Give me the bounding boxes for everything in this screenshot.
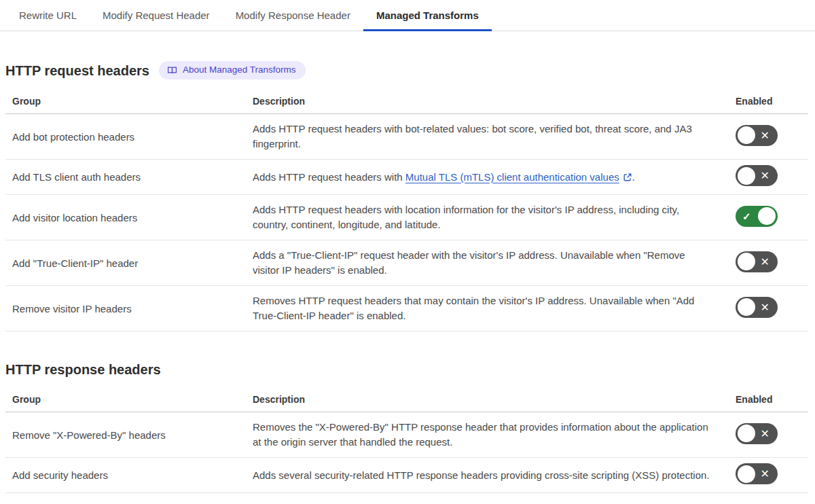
- book-icon: [167, 65, 177, 75]
- transform-group-name: Add "True-Client-IP" header: [5, 257, 246, 269]
- table-row: Remove "X-Powered-By" headers Removes th…: [5, 412, 808, 458]
- toggle-add-tls-client-auth-headers[interactable]: ✓ ✕: [736, 165, 778, 186]
- transform-description: Adds HTTP request headers with Mutual TL…: [246, 162, 729, 192]
- request-headers-table: Group Description Enabled Add bot protec…: [5, 92, 808, 331]
- transform-description: Removes the "X-Powered-By" HTTP response…: [246, 412, 729, 457]
- column-header-enabled: Enabled: [729, 92, 808, 113]
- transform-group-name: Add visitor location headers: [5, 212, 246, 223]
- toggle-knob: [738, 126, 755, 144]
- toggle-remove-visitor-ip-headers[interactable]: ✓ ✕: [736, 297, 778, 318]
- transform-group-name: Add bot protection headers: [5, 131, 246, 143]
- table-row: Add bot protection headers Adds HTTP req…: [5, 114, 808, 160]
- transform-description: Adds several security-related HTTP respo…: [246, 461, 729, 490]
- toggle-knob: [738, 425, 755, 442]
- tab-rewrite-url[interactable]: Rewrite URL: [6, 0, 90, 31]
- response-headers-table: Group Description Enabled Remove "X-Powe…: [5, 391, 808, 493]
- column-header-description: Description: [246, 391, 729, 412]
- table-header-row: Group Description Enabled: [5, 92, 808, 114]
- x-icon: ✕: [761, 125, 769, 146]
- tab-modify-request-header[interactable]: Modify Request Header: [90, 0, 223, 31]
- table-row: Add TLS client auth headers Adds HTTP re…: [5, 160, 808, 195]
- badge-label: About Managed Transforms: [183, 65, 296, 75]
- column-header-group: Group: [5, 92, 246, 113]
- toggle-knob: [738, 298, 755, 316]
- column-header-group: Group: [5, 391, 246, 412]
- x-icon: ✕: [761, 165, 769, 186]
- tab-managed-transforms[interactable]: Managed Transforms: [363, 0, 492, 31]
- managed-transforms-page: Rewrite URL Modify Request Header Modify…: [0, 0, 815, 504]
- x-icon: ✕: [761, 423, 769, 444]
- column-header-description: Description: [246, 92, 729, 113]
- request-headers-section-head: HTTP request headers About Managed Trans…: [5, 61, 808, 79]
- transform-rules-tabbar: Rewrite URL Modify Request Header Modify…: [0, 0, 815, 31]
- mtls-docs-link[interactable]: Mutual TLS (mTLS) client authentication …: [405, 171, 632, 183]
- tab-modify-response-header[interactable]: Modify Response Header: [223, 0, 363, 31]
- transform-description: Adds HTTP request headers with location …: [246, 195, 729, 240]
- toggle-remove-x-powered-by-headers[interactable]: ✓ ✕: [736, 423, 778, 444]
- toggle-knob: [738, 253, 755, 270]
- toggle-add-true-client-ip-header[interactable]: ✓ ✕: [736, 251, 778, 272]
- x-icon: ✕: [761, 463, 769, 484]
- response-headers-section-head: HTTP response headers: [5, 361, 808, 378]
- transform-group-name: Remove visitor IP headers: [5, 303, 246, 314]
- table-row: Add security headers Adds several securi…: [5, 458, 808, 493]
- toggle-add-security-headers[interactable]: ✓ ✕: [736, 463, 778, 484]
- external-link-icon: [623, 173, 632, 182]
- toggle-add-bot-protection-headers[interactable]: ✓ ✕: [736, 125, 778, 146]
- transform-description: Adds a "True-Client-IP" request header w…: [246, 240, 729, 285]
- description-prefix: Adds HTTP request headers with: [253, 171, 405, 183]
- table-row: Add "True-Client-IP" header Adds a "True…: [5, 240, 808, 286]
- toggle-knob: [738, 465, 755, 483]
- request-headers-title: HTTP request headers: [5, 62, 149, 79]
- description-suffix: .: [632, 171, 635, 183]
- transform-group-name: Remove "X-Powered-By" headers: [5, 429, 246, 441]
- x-icon: ✕: [761, 297, 769, 318]
- transform-description: Adds HTTP request headers with bot-relat…: [246, 114, 729, 159]
- x-icon: ✕: [761, 251, 769, 272]
- table-header-row: Group Description Enabled: [5, 391, 808, 412]
- column-header-enabled: Enabled: [729, 391, 808, 412]
- about-managed-transforms-badge[interactable]: About Managed Transforms: [159, 61, 306, 79]
- check-icon: ✓: [742, 206, 751, 227]
- toggle-knob: [758, 207, 776, 225]
- response-headers-title: HTTP response headers: [5, 361, 161, 378]
- table-row: Remove visitor IP headers Removes HTTP r…: [5, 286, 808, 331]
- transform-group-name: Add TLS client auth headers: [5, 171, 246, 183]
- toggle-add-visitor-location-headers[interactable]: ✓ ✕: [736, 206, 778, 227]
- table-row: Add visitor location headers Adds HTTP r…: [5, 195, 808, 240]
- transform-group-name: Add security headers: [5, 469, 246, 481]
- transform-description: Removes HTTP request headers that may co…: [246, 286, 729, 331]
- toggle-knob: [738, 167, 755, 185]
- link-label: Mutual TLS (mTLS) client authentication …: [405, 171, 619, 183]
